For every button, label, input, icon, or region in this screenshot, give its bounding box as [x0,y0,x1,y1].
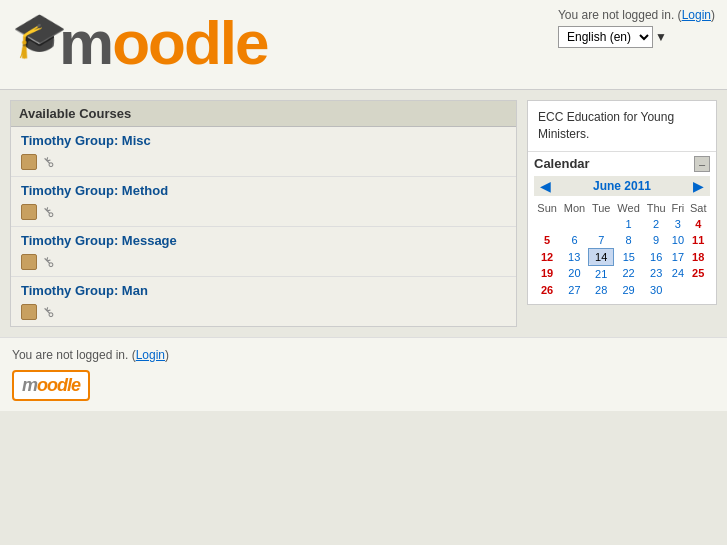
cal-cell-2-4[interactable]: 16 [643,248,669,265]
course-icons-row-2: ⚷ [11,252,516,276]
key-icon-3: ⚷ [39,303,57,321]
cal-cell-3-0[interactable]: 19 [534,265,560,282]
cal-th-wed: Wed [614,200,644,216]
cal-th-mon: Mon [560,200,588,216]
course-item-3: Timothy Group: Man ⚷ [11,277,516,326]
course-title-row-0: Timothy Group: Misc [11,127,516,152]
cal-cell-0-1 [560,216,588,232]
dropdown-arrow-icon: ▼ [655,30,667,44]
cal-th-tue: Tue [589,200,614,216]
cal-cell-0-6[interactable]: 4 [687,216,710,232]
calendar-table: Sun Mon Tue Wed Thu Fri Sat 123456789101… [534,200,710,298]
language-select[interactable]: English (en) [558,26,653,48]
right-panel: ECC Education for Young Ministers. Calen… [527,100,717,305]
cal-cell-1-3[interactable]: 8 [614,232,644,249]
footer: You are not logged in. (Login) moodle [0,337,727,411]
cal-cell-4-4[interactable]: 30 [643,282,669,298]
login-link-header[interactable]: Login [682,8,711,22]
header: You are not logged in. (Login) English (… [0,0,727,90]
course-icons-row-1: ⚷ [11,202,516,226]
cal-cell-2-1[interactable]: 13 [560,248,588,265]
calendar-section: Calendar – ◀ June 2011 ▶ Sun Mon Tue Wed… [528,152,716,304]
calendar-month-label: June 2011 [593,179,651,193]
course-icons-row-0: ⚷ [11,152,516,176]
cal-cell-4-2[interactable]: 28 [589,282,614,298]
calendar-week-3: 19202122232425 [534,265,710,282]
course-link-1[interactable]: Timothy Group: Method [21,183,168,198]
book-icon-2 [21,254,37,270]
footer-logo-text: moodle [22,375,80,395]
cal-cell-1-4[interactable]: 9 [643,232,669,249]
main-content: Available Courses Timothy Group: Misc ⚷ … [0,90,727,337]
course-title-row-2: Timothy Group: Message [11,227,516,252]
course-link-3[interactable]: Timothy Group: Man [21,283,148,298]
cal-th-fri: Fri [669,200,687,216]
calendar-weekdays-row: Sun Mon Tue Wed Thu Fri Sat [534,200,710,216]
key-icon-1: ⚷ [39,203,57,221]
calendar-nav: ◀ June 2011 ▶ [534,176,710,196]
graduation-cap-icon: 🎓 [12,9,67,61]
cal-cell-0-5[interactable]: 3 [669,216,687,232]
cal-cell-2-3[interactable]: 15 [614,248,644,265]
cal-cell-4-1[interactable]: 27 [560,282,588,298]
cal-cell-4-5 [669,282,687,298]
course-item-1: Timothy Group: Method ⚷ [11,177,516,227]
cal-th-sun: Sun [534,200,560,216]
cal-th-thu: Thu [643,200,669,216]
calendar-prev-button[interactable]: ◀ [538,178,553,194]
book-icon-0 [21,154,37,170]
courses-panel-header: Available Courses [11,101,516,127]
cal-cell-3-6[interactable]: 25 [687,265,710,282]
calendar-next-button[interactable]: ▶ [691,178,706,194]
calendar-header-bar: Calendar – [534,156,710,172]
footer-logo-m: m [22,375,37,395]
cal-cell-1-5[interactable]: 10 [669,232,687,249]
cal-cell-1-1[interactable]: 6 [560,232,588,249]
footer-not-logged-text: You are not logged in. ( [12,348,136,362]
cal-cell-4-0[interactable]: 26 [534,282,560,298]
footer-logo-rest: oodle [37,375,80,395]
course-icons-row-3: ⚷ [11,302,516,326]
calendar-minimize-button[interactable]: – [694,156,710,172]
footer-not-logged: You are not logged in. (Login) [12,348,715,362]
course-title-row-3: Timothy Group: Man [11,277,516,302]
calendar-week-1: 567891011 [534,232,710,249]
course-item-2: Timothy Group: Message ⚷ [11,227,516,277]
cal-cell-2-5[interactable]: 17 [669,248,687,265]
book-icon-3 [21,304,37,320]
cal-cell-2-0[interactable]: 12 [534,248,560,265]
cal-cell-3-2[interactable]: 21 [589,265,614,282]
site-logo: moodle [59,12,267,74]
calendar-week-2: 12131415161718 [534,248,710,265]
calendar-week-4: 2627282930 [534,282,710,298]
cal-cell-1-2[interactable]: 7 [589,232,614,249]
cal-cell-1-6[interactable]: 11 [687,232,710,249]
cal-cell-3-3[interactable]: 22 [614,265,644,282]
cal-cell-4-3[interactable]: 29 [614,282,644,298]
cal-th-sat: Sat [687,200,710,216]
key-icon-2: ⚷ [39,253,57,271]
not-logged-text-header: You are not logged in. ( [558,8,682,22]
course-link-0[interactable]: Timothy Group: Misc [21,133,151,148]
cal-cell-2-6[interactable]: 18 [687,248,710,265]
course-link-2[interactable]: Timothy Group: Message [21,233,177,248]
top-right-area: You are not logged in. (Login) English (… [558,8,715,48]
cal-cell-2-2[interactable]: 14 [589,248,614,265]
calendar-body: 1234567891011121314151617181920212223242… [534,216,710,298]
cal-cell-3-5[interactable]: 24 [669,265,687,282]
cal-cell-0-2 [589,216,614,232]
cal-cell-0-4[interactable]: 2 [643,216,669,232]
ecc-description: ECC Education for Young Ministers. [528,101,716,152]
language-selector-wrap: English (en) ▼ [558,26,715,48]
cal-cell-1-0[interactable]: 5 [534,232,560,249]
logo-rest: oodle [112,8,267,77]
book-icon-1 [21,204,37,220]
footer-login-link[interactable]: Login [136,348,165,362]
courses-panel: Available Courses Timothy Group: Misc ⚷ … [10,100,517,327]
calendar-week-0: 1234 [534,216,710,232]
cal-cell-3-1[interactable]: 20 [560,265,588,282]
cal-cell-3-4[interactable]: 23 [643,265,669,282]
key-icon-0: ⚷ [39,153,57,171]
not-logged-notice-header: You are not logged in. (Login) [558,8,715,22]
cal-cell-0-3[interactable]: 1 [614,216,644,232]
